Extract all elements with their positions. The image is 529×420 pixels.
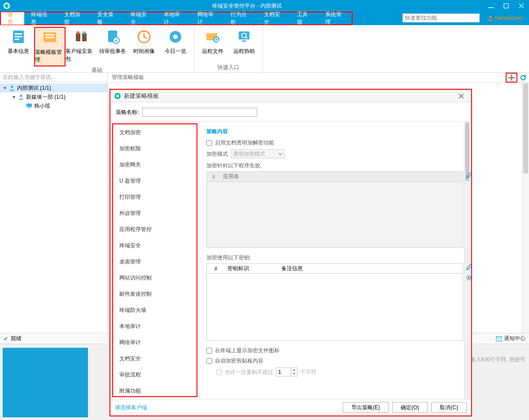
svg-point-28 (20, 95, 22, 97)
svg-rect-13 (82, 33, 87, 41)
menu-terminal-sec[interactable]: 终端安全 (124, 12, 157, 25)
notification-center-button[interactable]: 通知中心 (496, 335, 525, 342)
cat-app-control[interactable]: 应用程序管控 (113, 221, 197, 237)
policy-category-list: 文档加密 加密权限 加密网关 U 盘管理 打印管理 外设管理 应用程序管控 终端… (112, 123, 197, 397)
cat-doc-sec[interactable]: 文档安全 (113, 350, 197, 367)
dialog-title: 新建策略模板 (124, 92, 159, 100)
encrypt-clipboard-checkbox[interactable] (206, 358, 212, 364)
cat-local-audit[interactable]: 本地审计 (113, 318, 197, 334)
menu-home[interactable]: 首页 (1, 12, 24, 25)
ribbon-time-profile[interactable]: 时间画像 (128, 27, 160, 66)
cat-extra[interactable]: 附属功能 (113, 383, 197, 397)
cat-encrypt-perm[interactable]: 加密权限 (113, 140, 197, 157)
cat-desktop[interactable]: 桌面管理 (113, 254, 197, 270)
clock-icon (136, 29, 152, 45)
expand-icon[interactable]: ▾ (12, 94, 16, 100)
cat-periph[interactable]: 外设管理 (113, 205, 197, 221)
svg-rect-24 (239, 31, 249, 39)
enc-mode-select[interactable]: 透明加密模式 (231, 149, 284, 158)
keys-edit-button[interactable] (466, 263, 471, 271)
show-icon-checkbox[interactable] (206, 348, 212, 354)
dialog-hint[interactable]: 请选择客户端 (115, 404, 147, 411)
apps-col-hash: # (207, 174, 220, 180)
svg-rect-14 (77, 31, 79, 34)
menu-doc-sec[interactable]: 文档安全 (257, 12, 290, 25)
org-icon (18, 94, 24, 100)
svg-rect-8 (15, 39, 19, 40)
cat-terminal-sec[interactable]: 终端安全 (113, 237, 197, 254)
cat-web-control[interactable]: 网站访问控制 (113, 270, 197, 286)
svg-point-33 (116, 95, 119, 97)
new-policy-dialog: 新建策略模板 策略名称: 文档加密 加密权限 加密网关 U 盘管理 打印管理 外… (109, 89, 472, 416)
right-pane-title: 管理策略模板 (108, 74, 144, 81)
apps-label: 加密针对以下程序生效: (206, 162, 463, 170)
export-policy-button[interactable]: 导出策略(E) (343, 402, 389, 413)
keys-settings-button[interactable] (466, 274, 471, 281)
svg-point-20 (173, 35, 178, 39)
minimize-button[interactable] (483, 0, 498, 12)
today-icon (167, 29, 184, 45)
check-icon: ✔ (4, 336, 8, 342)
ribbon-remote-assist[interactable]: 远程协助 (228, 27, 260, 57)
svg-point-4 (489, 16, 491, 18)
expand-icon[interactable]: ▾ (3, 85, 7, 91)
status-text: 就绪 (11, 335, 22, 342)
clip-limit-post: 个字符 (300, 368, 316, 376)
enable-encryption-checkbox[interactable] (206, 140, 212, 146)
bottom-left-panel (3, 348, 88, 417)
spin-up[interactable]: ▲ (291, 368, 297, 372)
cat-doc-encrypt[interactable]: 文档加密 (113, 124, 197, 140)
cat-mail-control[interactable]: 邮件发送控制 (113, 286, 197, 302)
cat-firewall[interactable]: 终端防火墙 (113, 302, 197, 318)
ribbon-remote-file[interactable]: 远程文件 (197, 27, 228, 57)
maximize-button[interactable] (498, 0, 514, 12)
menu-sec-policy[interactable]: 安全策略 (91, 12, 124, 25)
clip-limit-checkbox (216, 369, 222, 375)
menu-toolbox[interactable]: 工具箱 (290, 12, 319, 25)
cat-print[interactable]: 打印管理 (113, 189, 197, 205)
menu-behavior[interactable]: 行为分析 (224, 12, 257, 25)
enable-encryption-label: 启用文档透明加解密功能 (215, 139, 274, 147)
dialog-close-button[interactable] (459, 93, 468, 99)
user-name: hanxiaoyao (495, 15, 523, 21)
tree-filter-input[interactable]: 在此输入关键字筛选... (0, 73, 107, 82)
refresh-button[interactable] (517, 73, 529, 83)
tree-root[interactable]: ▾ 内部测试 (1/1) (0, 83, 107, 92)
close-button[interactable] (514, 0, 529, 12)
dialog-scrollbar[interactable] (464, 122, 470, 399)
apps-col-name: 应用名 (220, 173, 463, 180)
cancel-button[interactable]: 取消(C) (431, 402, 467, 413)
ribbon-basic-info[interactable]: 基本信息 (3, 27, 34, 66)
ribbon-pending-approval[interactable]: 待审批事务 (97, 27, 128, 66)
clip-limit-value[interactable] (276, 369, 291, 375)
clip-limit-spinner[interactable]: ▲▼ (276, 368, 297, 376)
cat-encrypt-gw[interactable]: 加密网关 (113, 157, 197, 173)
template-icon (42, 30, 58, 46)
cat-approval[interactable]: 审批流程 (113, 367, 197, 383)
section-title: 策略内容 (206, 128, 463, 136)
mail-icon (496, 336, 502, 341)
spin-down[interactable]: ▼ (291, 372, 297, 376)
policy-name-input[interactable] (142, 108, 257, 117)
approval-icon (105, 29, 121, 45)
apps-edit-button[interactable] (466, 171, 471, 179)
menu-sys-mgmt[interactable]: 系统管理 (319, 12, 352, 25)
menu-net-audit[interactable]: 网络审计 (191, 12, 224, 25)
keys-grid: # 密钥标识 备注信息 (206, 263, 463, 341)
user-menu[interactable]: hanxiaoyao (484, 12, 526, 24)
menu-local-audit[interactable]: 本地审计 (157, 12, 190, 25)
splitter[interactable]: ⋮ (199, 122, 203, 399)
svg-rect-26 (242, 40, 246, 42)
ribbon-client-installer[interactable]: 客户端安装包 (66, 27, 97, 66)
tree-dept[interactable]: ▾ 新媒体一部 (1/1) (0, 92, 107, 101)
ribbon-policy-templates[interactable]: 策略模板管理 (34, 27, 66, 66)
cat-usb[interactable]: U 盘管理 (113, 173, 197, 189)
ribbon-today[interactable]: 今日一览 (160, 27, 191, 66)
menu-terminal-info[interactable]: 终端信息 (24, 12, 57, 25)
ok-button[interactable]: 确定(O) (392, 402, 428, 413)
tree-client[interactable]: 韩小瑶 (0, 101, 107, 110)
global-search-input[interactable] (402, 13, 480, 22)
add-policy-button[interactable] (506, 73, 517, 83)
cat-net-audit[interactable]: 网络审计 (113, 334, 197, 350)
menu-doc-encrypt[interactable]: 文档加密 (57, 12, 91, 25)
